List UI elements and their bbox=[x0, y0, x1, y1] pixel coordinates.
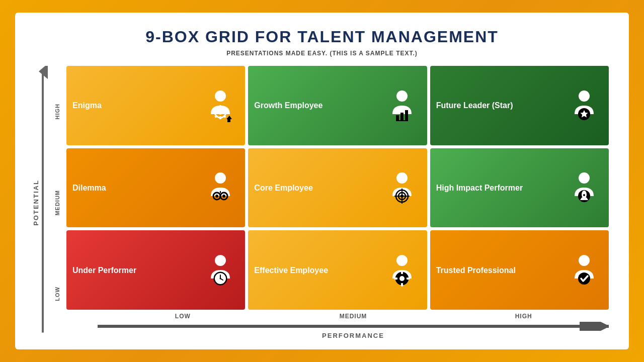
svg-rect-6 bbox=[219, 116, 221, 119]
gear-down-icon bbox=[201, 86, 239, 124]
svg-rect-5 bbox=[219, 105, 221, 108]
svg-point-27 bbox=[215, 195, 218, 198]
svg-point-40 bbox=[215, 255, 226, 266]
cell-growth-employee: Growth Employee bbox=[248, 66, 427, 145]
svg-point-35 bbox=[579, 172, 590, 184]
performance-arrow bbox=[98, 322, 609, 331]
slide-title: 9-BOX GRID FOR TALENT MANAGEMENT bbox=[145, 28, 499, 46]
svg-point-14 bbox=[396, 90, 408, 102]
cell-dilemma: Dilemma bbox=[66, 148, 245, 228]
svg-rect-18 bbox=[396, 120, 408, 121]
svg-point-29 bbox=[396, 172, 408, 184]
potential-axis: POTENTIAL bbox=[35, 66, 50, 339]
svg-point-19 bbox=[579, 90, 590, 102]
mid-section: HIGH MEDIUM LOW Enigma bbox=[50, 66, 609, 339]
cell-dilemma-label: Dilemma bbox=[72, 183, 201, 193]
perf-label-low: LOW bbox=[98, 312, 268, 321]
checkmark-icon bbox=[565, 251, 603, 289]
nine-box-grid: Enigma bbox=[66, 66, 609, 310]
perf-level-labels: LOW MEDIUM HIGH bbox=[98, 312, 609, 321]
slide-subtitle: Presentations Made Easy. (THIS IS A SAMP… bbox=[226, 48, 418, 57]
cell-core-label: Core Employee bbox=[254, 183, 383, 193]
cell-growth-label: Growth Employee bbox=[254, 101, 383, 110]
level-labels: HIGH MEDIUM LOW bbox=[50, 66, 64, 339]
cell-high-impact: High Impact Performer bbox=[430, 148, 609, 228]
settings-icon bbox=[383, 251, 421, 289]
svg-rect-25 bbox=[219, 196, 221, 198]
cell-effective-label: Effective Employee bbox=[254, 265, 383, 275]
svg-point-49 bbox=[399, 276, 405, 281]
svg-rect-15 bbox=[396, 115, 399, 120]
cell-trusted-professional: Trusted Professional bbox=[430, 230, 609, 310]
cell-future-leader: Future Leader (Star) bbox=[430, 66, 609, 145]
slide: 9-BOX GRID FOR TALENT MANAGEMENT Present… bbox=[15, 13, 629, 349]
cell-under-label: Under Performer bbox=[72, 265, 201, 275]
svg-point-22 bbox=[215, 172, 226, 184]
svg-point-45 bbox=[219, 278, 221, 280]
svg-point-59 bbox=[578, 273, 590, 285]
cell-effective-employee: Effective Employee bbox=[248, 230, 427, 310]
svg-rect-8 bbox=[224, 111, 227, 113]
cell-high-impact-label: High Impact Performer bbox=[436, 183, 565, 193]
perf-label-medium: MEDIUM bbox=[268, 312, 439, 321]
rocket-icon bbox=[565, 169, 603, 207]
clock-icon bbox=[201, 251, 239, 289]
svg-rect-7 bbox=[213, 111, 216, 113]
svg-marker-13 bbox=[226, 116, 232, 122]
perf-label-high: HIGH bbox=[438, 312, 609, 321]
svg-rect-16 bbox=[400, 113, 404, 120]
svg-point-58 bbox=[579, 255, 590, 266]
svg-point-28 bbox=[222, 195, 225, 198]
level-label-medium: MEDIUM bbox=[50, 157, 64, 248]
cell-future-label: Future Leader (Star) bbox=[436, 101, 565, 110]
bottom-axis: LOW MEDIUM HIGH bbox=[66, 312, 609, 339]
potential-label: POTENTIAL bbox=[32, 172, 40, 233]
cell-under-performer: Under Performer bbox=[66, 230, 245, 310]
main-grid-container: POTENTIAL HIGH MEDIUM LOW Enigma bbox=[35, 66, 609, 339]
performance-label: PERFORMANCE bbox=[98, 332, 609, 339]
svg-point-2 bbox=[215, 90, 226, 102]
chart-bar-icon bbox=[383, 86, 421, 124]
cell-enigma: Enigma bbox=[66, 66, 245, 145]
svg-rect-17 bbox=[405, 110, 408, 120]
level-label-high: HIGH bbox=[50, 66, 64, 157]
svg-point-46 bbox=[396, 255, 408, 266]
star-icon bbox=[565, 86, 603, 124]
cell-enigma-label: Enigma bbox=[72, 101, 201, 110]
cell-core-employee: Core Employee bbox=[248, 148, 427, 228]
svg-point-4 bbox=[218, 110, 223, 115]
svg-point-39 bbox=[583, 194, 585, 196]
target-icon bbox=[383, 169, 421, 207]
cell-trusted-label: Trusted Professional bbox=[436, 265, 565, 275]
person-gear-icon bbox=[201, 169, 239, 207]
level-label-low: LOW bbox=[50, 248, 64, 339]
